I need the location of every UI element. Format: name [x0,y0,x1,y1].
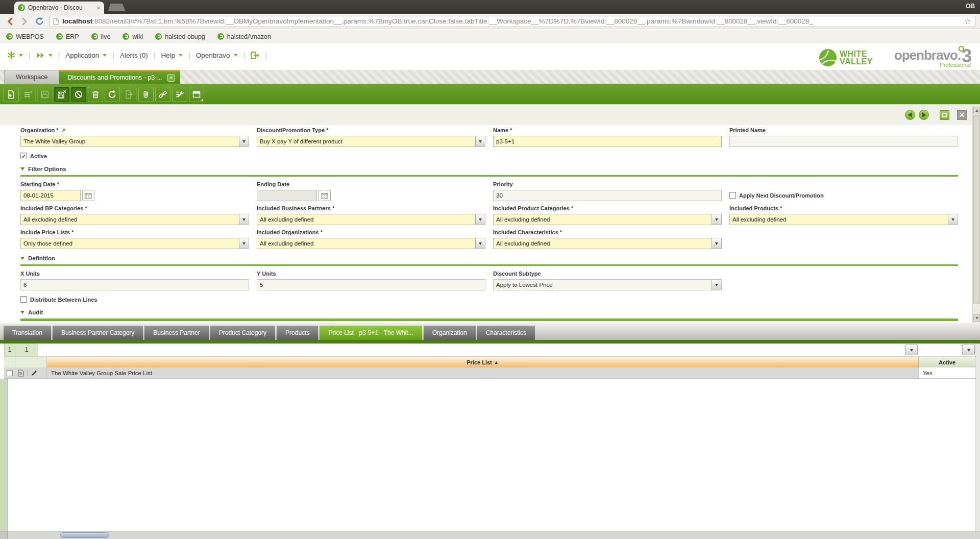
included-products-select[interactable]: All excluding defined [729,214,958,225]
maximize-form-button[interactable] [940,110,949,120]
toolbar-attachment-button[interactable] [138,87,154,102]
url-bar[interactable]: localhost:8082/retail3/#%7Bst:1,bm:%5B%7… [49,16,975,27]
browser-tab[interactable]: Openbravo - Discou × [14,2,104,14]
active-filter-input[interactable] [919,344,975,356]
scrollbar-thumb[interactable] [973,115,980,304]
edit-record-icon[interactable] [31,370,38,377]
row-checkbox[interactable] [7,370,13,376]
tab-discounts-and-promotions[interactable]: Discounts and Promotions - p3-... × [59,70,180,84]
active-checkbox[interactable]: ✓ [20,153,27,159]
include-price-lists-select[interactable]: Only those defined [20,238,249,249]
forward-button[interactable] [19,16,30,27]
toolbar-grid-form-toggle-button[interactable] [189,87,204,102]
tab-products[interactable]: Products [277,326,318,340]
dropdown-button[interactable] [239,136,249,146]
scrollbar-thumb[interactable] [60,532,109,538]
openbravo-menu[interactable]: Openbravo [196,52,238,59]
logout-button[interactable] [251,52,259,59]
price-list-filter-input[interactable] [38,344,919,356]
dropdown-button[interactable] [239,238,249,249]
toolbar-link-button[interactable] [155,87,170,102]
toolbar-undo-button[interactable] [71,87,86,102]
toolbar-save-button[interactable] [37,87,53,102]
bookmark-halsted-amazon[interactable]: halstedAmazon [217,33,271,40]
dropdown-button[interactable] [475,238,485,249]
tab-translation[interactable]: Translation [4,326,51,340]
tab-close-icon[interactable]: × [96,5,101,11]
dropdown-button[interactable] [475,136,485,146]
included-organizations-select[interactable]: All excluding defined [257,238,485,249]
tab-characteristics[interactable]: Characteristics [477,326,535,340]
included-bp-categories-select[interactable]: All excluding defined [20,214,249,225]
apply-next-checkbox[interactable] [729,192,736,199]
next-record-button[interactable] [919,110,929,120]
column-header-active[interactable]: Active [919,357,975,368]
close-tab-icon[interactable]: × [167,74,175,82]
tab-workspace[interactable]: Workspace [4,70,59,84]
dropdown-button[interactable] [712,280,721,290]
scroll-down-button[interactable] [973,314,980,322]
toolbar-save-and-close-button[interactable] [54,87,69,102]
included-characteristics-select[interactable]: All excluding defined [493,238,722,249]
dropdown-button[interactable] [475,214,485,225]
grid-row[interactable]: The White Valley Group Sale Price List Y… [4,368,975,379]
quick-launch-menu[interactable] [7,51,23,59]
tab-business-partner-category[interactable]: Business Partner Category [53,326,143,340]
toolbar-configuration-button[interactable] [172,87,187,102]
toolbar-new-in-form-button[interactable] [4,87,19,102]
discount-subtype-select[interactable]: Apply to Lowest Price [493,279,722,290]
bookmark-wiki[interactable]: wiki [122,33,143,40]
toolbar-export-button[interactable] [121,87,137,102]
dropdown-button[interactable] [948,214,958,225]
included-product-categories-select[interactable]: All excluding defined [493,214,722,225]
close-form-button[interactable]: ✕ [957,110,967,120]
bookmark-halsted-obupg[interactable]: halsted obupg [155,33,205,40]
tab-product-category[interactable]: Product Category [210,326,275,340]
printed-name-input[interactable] [729,136,958,147]
dropdown-button[interactable] [239,214,249,225]
calendar-button[interactable] [318,190,331,201]
filter-dropdown-button[interactable] [962,345,975,355]
calendar-button[interactable] [82,190,94,201]
alerts-menu[interactable]: Alerts (0) [120,52,148,59]
grid-vertical-scrollbar[interactable] [975,344,980,531]
section-filter-options[interactable]: Filter Options [20,164,958,177]
priority-input[interactable]: 30 [493,190,722,201]
scroll-up-button[interactable] [973,107,980,114]
included-business-partners-select[interactable]: All excluding defined [257,214,485,225]
distribute-checkbox[interactable] [20,296,27,303]
column-header-price-list[interactable]: Price List ▲ [47,357,919,368]
back-button[interactable] [5,16,15,27]
organization-select[interactable]: The White Valley Group [20,136,249,147]
tab-price-list[interactable]: Price List - p3-5+1 - The Whit... [320,326,422,340]
horizontal-scrollbar[interactable] [0,531,980,539]
help-menu[interactable]: Help [161,52,183,59]
open-record-icon[interactable] [18,370,24,377]
ending-date-input[interactable] [257,190,317,201]
promotion-type-select[interactable]: Buy X pay Y of different product [257,136,485,147]
filter-dropdown-button[interactable] [905,345,918,355]
dropdown-button[interactable] [712,214,721,225]
form-vertical-scrollbar[interactable] [972,106,980,323]
section-audit[interactable]: Audit [20,307,958,321]
toolbar-new-row-button[interactable] [20,87,36,102]
name-input[interactable]: p3-5+1 [493,136,722,147]
tab-organization[interactable]: Organization [424,326,476,340]
tab-business-partner[interactable]: Business Partner [144,326,208,340]
toolbar-delete-button[interactable] [88,87,103,102]
select-all-cell[interactable] [4,357,15,368]
recent-views-menu[interactable] [36,52,53,59]
toolbar-refresh-button[interactable] [105,87,120,102]
link-out-icon[interactable] [61,128,66,133]
starting-date-input[interactable]: 08-01-2015 [20,190,81,201]
reload-button[interactable] [34,16,44,27]
section-definition[interactable]: Definition [20,253,958,266]
application-menu[interactable]: Application [65,52,107,59]
dropdown-button[interactable] [712,238,721,249]
y-units-input[interactable]: 5 [257,279,485,290]
bookmark-webpos[interactable]: WEBPOS [6,33,44,40]
row-select-cell[interactable] [4,368,15,378]
previous-record-button[interactable] [905,110,915,120]
bookmark-live[interactable]: live [91,33,111,40]
bookmark-erp[interactable]: ERP [56,33,79,40]
